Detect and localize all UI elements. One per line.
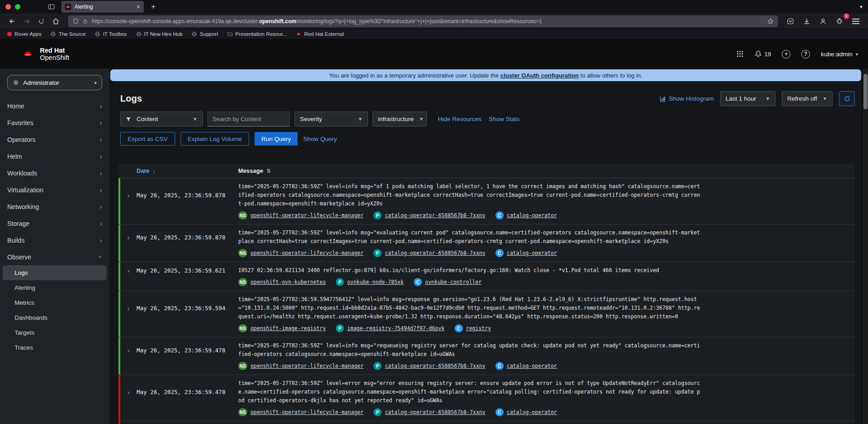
resource-link[interactable]: Pimage-registry-75494d7f97-d6pvk	[336, 324, 445, 332]
bookmark-item[interactable]: The Source	[50, 31, 85, 37]
resource-link[interactable]: Ccatalog-operator	[495, 362, 557, 370]
resource-link[interactable]: Ccatalog-operator	[495, 408, 557, 416]
severity-bar	[118, 291, 120, 337]
lock-icon[interactable]	[83, 19, 88, 24]
show-query-link[interactable]: Show Query	[303, 136, 337, 142]
sidebar-item-home[interactable]: Home›	[0, 97, 109, 114]
bookmark-star-icon[interactable]	[767, 18, 774, 24]
bookmark-item[interactable]: IT Toolbox	[95, 31, 127, 37]
sidebar-item-favorites[interactable]: Favorites›	[0, 114, 109, 131]
content-filter-dropdown[interactable]: Content ▼	[120, 112, 203, 127]
resource-link[interactable]: NSopenshift-operator-lifecycle-manager	[238, 211, 363, 219]
refresh-interval-dropdown[interactable]: Refresh off▼	[782, 91, 833, 106]
severity-dropdown[interactable]: Severity▼	[294, 112, 368, 127]
export-csv-button[interactable]: Export as CSV	[120, 132, 175, 146]
run-query-button[interactable]: Run Query	[255, 132, 298, 146]
sidebar-item-targets[interactable]: Targets	[3, 325, 107, 340]
back-button[interactable]	[5, 15, 19, 27]
resource-link[interactable]: Povnkube-node-785xk	[336, 278, 404, 286]
time-range-dropdown[interactable]: Last 1 hour▼	[720, 91, 775, 106]
tenant-dropdown[interactable]: infrastructure▼	[373, 112, 427, 127]
explain-log-volume-button[interactable]: Explain Log Volume	[181, 132, 249, 146]
resource-link[interactable]: NSopenshift-operator-lifecycle-manager	[238, 362, 363, 370]
page-scrollbar[interactable]	[862, 68, 868, 424]
extensions-icon[interactable]: 1	[833, 15, 846, 27]
sidebar-item-observe[interactable]: Observe ›	[0, 249, 109, 265]
scrollbar-thumb[interactable]	[863, 74, 868, 109]
sort-icon: ⇅	[266, 168, 271, 174]
url-bar[interactable]: https://console-openshift-console.apps.e…	[68, 15, 778, 27]
sidebar-item-dashboards[interactable]: Dashboards	[3, 310, 107, 325]
user-menu[interactable]: kube:admin ▾	[821, 51, 858, 58]
sidebar-item-traces[interactable]: Traces	[3, 340, 107, 355]
resource-link[interactable]: Cregistry	[455, 324, 491, 332]
forward-button[interactable]	[20, 15, 34, 27]
app-launcher-icon[interactable]	[736, 50, 744, 58]
bookmark-item[interactable]: IT New Hire Hub	[136, 31, 183, 37]
notifications-button[interactable]: 19	[755, 50, 771, 58]
column-header-date[interactable]: Date ↓	[137, 167, 238, 174]
resource-link[interactable]: Ccatalog-operator	[495, 211, 557, 219]
chevron-down-icon: ›	[98, 256, 104, 258]
bookmark-item[interactable]: Support	[191, 31, 218, 37]
hide-resources-link[interactable]: Hide Resources	[438, 116, 481, 122]
sidebar-item-helm[interactable]: Helm›	[0, 148, 109, 165]
sidebar-item-metrics[interactable]: Metrics	[3, 295, 107, 310]
expand-chevron-icon[interactable]: ›	[120, 388, 137, 396]
sidebar-item-virtualization[interactable]: Virtualization›	[0, 181, 109, 198]
column-header-message[interactable]: Message ⇅	[238, 167, 271, 174]
expand-chevron-icon[interactable]: ›	[120, 267, 137, 274]
expand-chevron-icon[interactable]: ›	[120, 346, 137, 354]
refresh-button[interactable]	[839, 91, 855, 106]
sidebar-item-builds[interactable]: Builds›	[0, 232, 109, 249]
show-histogram-link[interactable]: Show Histogram	[660, 95, 714, 102]
help-button[interactable]: ?	[801, 50, 810, 58]
resource-link[interactable]: NSopenshift-operator-lifecycle-manager	[238, 408, 363, 416]
resource-link[interactable]: Pcatalog-operator-6588567b8-7xxnv	[373, 362, 485, 370]
pocket-icon[interactable]	[784, 15, 797, 27]
resource-link[interactable]: Pcatalog-operator-6588567b8-7xxnv	[373, 211, 485, 219]
resource-link[interactable]: Pcatalog-operator-6588567b8-7xxnv	[373, 408, 485, 416]
resource-link[interactable]: NSopenshift-image-registry	[238, 324, 326, 332]
oauth-config-link[interactable]: cluster OAuth configuration	[500, 72, 579, 79]
downloads-icon[interactable]	[800, 15, 814, 27]
sidebar-item-label: Networking	[7, 203, 39, 210]
sidebar-item-storage[interactable]: Storage›	[0, 215, 109, 232]
sidebar-item-alerting[interactable]: Alerting	[3, 280, 107, 295]
perspective-switcher[interactable]: Administrator ▾	[7, 75, 102, 90]
window-zoom-button[interactable]	[15, 4, 20, 10]
expand-chevron-icon[interactable]: ›	[120, 304, 137, 312]
tracking-shield-icon[interactable]	[73, 18, 79, 24]
chevron-right-icon: ›	[100, 119, 102, 126]
resource-kind-badge: C	[455, 324, 463, 332]
reload-button[interactable]	[34, 15, 48, 27]
tab-list-chevron-icon[interactable]: ▾	[860, 4, 863, 10]
bookmark-item[interactable]: Rover Apps	[7, 31, 41, 37]
bookmark-item[interactable]: Red Hat External	[296, 31, 344, 37]
account-icon[interactable]	[816, 15, 830, 27]
search-input[interactable]	[207, 112, 290, 127]
sidebar-item-networking[interactable]: Networking›	[0, 198, 109, 215]
resource-name: catalog-operator	[507, 212, 557, 219]
app-menu-button[interactable]	[849, 15, 863, 27]
quick-create-button[interactable]: +	[782, 50, 790, 58]
resource-link[interactable]: Ccatalog-operator	[495, 249, 557, 257]
show-stats-link[interactable]: Show Stats	[489, 116, 520, 122]
table-row: ›May 26, 2025, 23:36:59.878time="2025-05…	[118, 178, 855, 224]
tab-close-icon[interactable]: ×	[137, 4, 140, 10]
firefox-view-button[interactable]	[45, 2, 58, 12]
window-close-button[interactable]	[5, 4, 11, 10]
home-button[interactable]	[49, 15, 63, 27]
resource-link[interactable]: Covnkube-controller	[414, 278, 482, 286]
resource-link[interactable]: Pcatalog-operator-6588567b8-7xxnv	[373, 249, 485, 257]
browser-tab-alerting[interactable]: Alerting ×	[61, 1, 144, 13]
resource-link[interactable]: NSopenshift-operator-lifecycle-manager	[238, 249, 363, 257]
sidebar-item-workloads[interactable]: Workloads›	[0, 165, 109, 181]
sidebar-item-logs[interactable]: Logs	[3, 265, 107, 280]
new-tab-button[interactable]: +	[147, 2, 159, 11]
expand-chevron-icon[interactable]: ›	[120, 234, 137, 241]
resource-link[interactable]: NSopenshift-ovn-kubernetes	[238, 278, 326, 286]
sidebar-item-operators[interactable]: Operators›	[0, 131, 109, 148]
expand-chevron-icon[interactable]: ›	[120, 191, 137, 199]
bookmark-item[interactable]: Presentation Resour...	[227, 31, 287, 37]
